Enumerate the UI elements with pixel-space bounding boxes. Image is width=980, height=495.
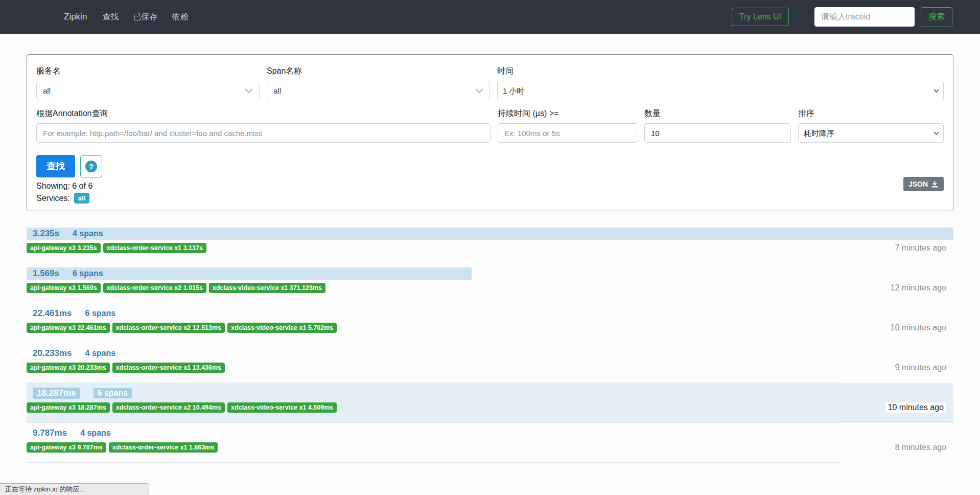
min-duration-input[interactable] — [498, 123, 637, 143]
trace-duration: 22.461ms — [33, 308, 72, 319]
sort-select[interactable]: 耗时降序 — [798, 123, 944, 143]
trace-timestamp: 8 minutes ago — [895, 443, 946, 452]
trace-row[interactable]: 20.233ms 4 spans api-gateway x3 20.233ms… — [27, 343, 953, 383]
trace-duration: 20.233ms — [33, 348, 72, 358]
annotation-query-label: 根据Annotation查询 — [36, 108, 491, 119]
services-badge: all — [74, 193, 89, 204]
trace-meta-row: api-gateway x3 9.787msxdclass-order-serv… — [27, 442, 953, 453]
browser-status-bar: 正在等待 zipkin.io 的响应... — [0, 483, 149, 495]
trace-duration: 9.787ms — [33, 428, 67, 438]
trace-duration: 1.569s — [33, 268, 59, 279]
trace-span-count: 4 spans — [80, 429, 111, 438]
trace-timestamp: 7 minutes ago — [895, 243, 946, 253]
service-badge: xdclass-order-service x1 3.137s — [103, 243, 206, 253]
limit-input[interactable] — [644, 123, 791, 143]
service-name-label: 服务名 — [36, 66, 260, 77]
trace-meta-row: api-gateway x3 20.233msxdclass-order-ser… — [27, 363, 953, 373]
traceid-input[interactable] — [814, 7, 915, 27]
chevron-down-icon — [245, 88, 253, 93]
trace-duration: 18.287ms — [33, 388, 80, 399]
find-button[interactable]: 查找 — [36, 155, 75, 177]
trace-row[interactable]: 9.787ms 4 spans api-gateway x3 9.787msxd… — [27, 423, 953, 463]
status-text: 正在等待 zipkin.io 的响应... — [5, 485, 85, 494]
help-button[interactable]: ? — [80, 155, 102, 177]
service-badge: api-gateway x3 18.287ms — [27, 402, 110, 413]
trace-bar-row: 9.787ms 4 spans — [27, 427, 953, 439]
span-name-label: Span名称 — [267, 66, 490, 77]
trace-bar-row: 1.569s 6 spans — [27, 267, 953, 280]
trace-service-badges: api-gateway x3 22.461msxdclass-order-ser… — [27, 323, 891, 333]
service-badge: xdclass-video-service x1 5.702ms — [227, 323, 337, 333]
trace-span-count: 6 spans — [73, 269, 103, 278]
service-badge: xdclass-order-service x2 10.494ms — [112, 402, 225, 413]
question-circle-icon: ? — [85, 161, 97, 172]
service-badge: xdclass-order-service x2 12.513ms — [112, 323, 225, 333]
service-badge: api-gateway x3 20.233ms — [27, 363, 110, 373]
service-badge: api-gateway x3 22.461ms — [27, 323, 110, 333]
trace-span-count: 6 spans — [94, 388, 132, 398]
trace-span-count: 4 spans — [73, 229, 103, 238]
chevron-down-icon — [475, 88, 483, 93]
trace-span-count: 4 spans — [85, 349, 116, 358]
trace-meta-row: api-gateway x3 3.235sxdclass-order-servi… — [27, 243, 953, 253]
service-badge: xdclass-order-service x1 13.436ms — [112, 363, 225, 373]
trace-service-badges: api-gateway x3 9.787msxdclass-order-serv… — [27, 442, 895, 453]
trace-row[interactable]: 18.287ms 6 spans api-gateway x3 18.287ms… — [27, 383, 953, 423]
trace-row[interactable]: 22.461ms 6 spans api-gateway x3 22.461ms… — [27, 303, 953, 343]
service-badge: api-gateway x3 9.787ms — [27, 442, 106, 453]
trace-timestamp: 12 minutes ago — [891, 283, 946, 292]
trace-bar-row: 3.235s 4 spans — [27, 228, 953, 240]
trace-meta-row: api-gateway x3 18.287msxdclass-order-ser… — [27, 402, 953, 413]
nav-item-1[interactable]: 已保存 — [133, 12, 157, 22]
trace-service-badges: api-gateway x3 20.233msxdclass-order-ser… — [27, 363, 895, 373]
services-label: Services: — [36, 194, 70, 203]
trace-bar-row: 20.233ms 4 spans — [27, 347, 953, 359]
service-badge: xdclass-video-service x1 371.123ms — [209, 283, 325, 293]
json-download-button[interactable]: JSON — [903, 177, 944, 191]
trace-duration: 3.235s — [33, 229, 59, 239]
trace-row[interactable]: 1.569s 6 spans api-gateway x3 1.569sxdcl… — [27, 263, 953, 303]
trace-service-badges: api-gateway x3 3.235sxdclass-order-servi… — [27, 243, 895, 253]
sort-label: 排序 — [798, 108, 944, 119]
trace-timestamp: 9 minutes ago — [895, 363, 946, 372]
trace-timestamp: 10 minutes ago — [885, 402, 946, 413]
service-badge: xdclass-order-service x2 1.015s — [103, 283, 206, 293]
try-lens-ui-button[interactable]: Try Lens UI — [732, 8, 789, 26]
service-name-value: all — [43, 86, 51, 95]
service-badge: xdclass-video-service x1 4.509ms — [227, 402, 337, 413]
trace-service-badges: api-gateway x3 18.287msxdclass-order-ser… — [27, 402, 885, 413]
limit-label: 数量 — [644, 108, 791, 119]
trace-bar-row: 18.287ms 6 spans — [27, 387, 953, 399]
trace-meta-row: api-gateway x3 1.569sxdclass-order-servi… — [27, 283, 953, 293]
nav-item-2[interactable]: 依赖 — [172, 12, 188, 22]
showing-count: Showing: 6 of 6 — [36, 182, 944, 191]
json-button-label: JSON — [908, 180, 928, 188]
lookback-label: 时间 — [497, 66, 944, 77]
annotation-query-input[interactable] — [36, 123, 491, 143]
trace-timestamp: 10 minutes ago — [891, 323, 946, 332]
lookback-select[interactable]: 1 小时 — [497, 81, 944, 100]
trace-service-badges: api-gateway x3 1.569sxdclass-order-servi… — [27, 283, 891, 293]
span-name-value: all — [273, 86, 281, 95]
nav-items: 查找已保存依赖 — [102, 12, 188, 22]
trace-meta-row: api-gateway x3 22.461msxdclass-order-ser… — [27, 323, 953, 333]
trace-bar-row: 22.461ms 6 spans — [27, 307, 953, 320]
traceid-search-button[interactable]: 搜索 — [921, 7, 952, 27]
min-duration-label: 持续时间 (µs) >= — [498, 108, 637, 119]
service-badge: api-gateway x3 3.235s — [27, 243, 101, 253]
search-panel: 服务名 all Span名称 all 时间 1 小时 根据Annotation查… — [27, 54, 953, 211]
service-badge: xdclass-order-service x1 1.863ms — [109, 442, 218, 453]
navbar-right: Try Lens UI 搜索 — [732, 7, 952, 27]
span-name-dropdown[interactable]: all — [267, 81, 490, 100]
brand-zipkin[interactable]: Zipkin — [64, 12, 87, 22]
service-name-dropdown[interactable]: all — [36, 81, 260, 100]
navbar: Zipkin 查找已保存依赖 Try Lens UI 搜索 — [0, 0, 980, 34]
nav-item-0[interactable]: 查找 — [102, 12, 119, 22]
service-badge: api-gateway x3 1.569s — [27, 283, 101, 293]
trace-list: 3.235s 4 spans api-gateway x3 3.235sxdcl… — [27, 223, 953, 463]
download-icon — [931, 181, 939, 188]
trace-span-count: 6 spans — [85, 309, 116, 318]
trace-row[interactable]: 3.235s 4 spans api-gateway x3 3.235sxdcl… — [27, 223, 953, 263]
